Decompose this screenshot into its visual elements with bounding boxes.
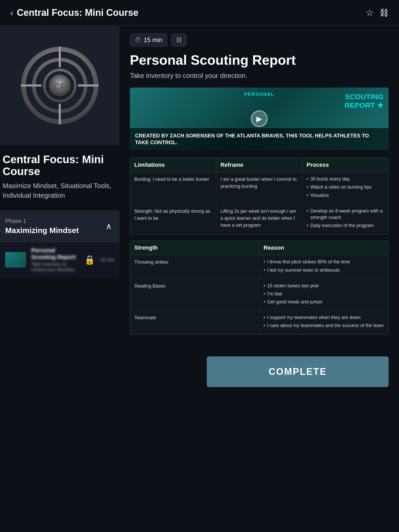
- svg-text:CF: CF: [54, 81, 65, 91]
- back-button[interactable]: ‹: [10, 8, 13, 18]
- lesson-duration: 15 min: [100, 257, 114, 263]
- link-button[interactable]: ⛓: [171, 34, 187, 46]
- reframe-2-text: Lifting 2x per week isn't enough I am a …: [216, 204, 303, 234]
- limitations-col-header: Limitations: [130, 158, 216, 172]
- lesson-title: Personal Scouting Report: [31, 247, 79, 261]
- reason-1-bullet-1: • I throw first pitch strikes 80% of the…: [264, 259, 384, 265]
- strength-header-row: Strength Reason: [130, 241, 388, 255]
- strength-row-2: Stealing Bases • 15 stolen bases last ye…: [130, 279, 388, 311]
- limitation-2-text: Strength: Not as physically strong as I …: [130, 204, 216, 234]
- process-bullet-1: • 30 bunts every day: [307, 176, 384, 182]
- lesson-item[interactable]: Personal Scouting Report Take inventory …: [0, 242, 119, 277]
- lesson-thumbnail: [5, 252, 26, 268]
- phase-section[interactable]: Phase 1 Maximizing Mindset ∧: [0, 210, 119, 242]
- header-title: Central Focus: Mini Course: [17, 7, 138, 18]
- reason-2-bullet-3: • Get good reads and jumps: [264, 299, 384, 305]
- strength-2-text: Stealing Bases: [130, 279, 260, 311]
- process-bullet-2: • Watch a video on bunting tips: [307, 184, 384, 190]
- course-logo: CF: [18, 44, 101, 127]
- complete-section: COMPLETE: [130, 356, 389, 387]
- video-thumbnail[interactable]: Personal SCOUTING REPORT ★ ▶ CREATED BY …: [130, 88, 389, 150]
- lesson-info: Personal Scouting Report Take inventory …: [31, 247, 79, 272]
- process-col-header: Process: [302, 158, 388, 172]
- right-column: ⏱ 15 min ⛓ Personal Scouting Report Take…: [119, 26, 399, 397]
- limitations-header-row: Limitations Reframe Process: [130, 158, 388, 172]
- process-bullet-3: • Visualize: [307, 192, 384, 199]
- header-right: ☆ ⛓: [366, 8, 389, 18]
- course-info: Central Focus: Mini Course Maximize Mind…: [0, 145, 119, 206]
- reason-1-bullet-2: • I led my summer team in strikeouts: [264, 267, 384, 274]
- hero-image: CF: [0, 26, 119, 145]
- course-title: Central Focus: Mini Course: [3, 154, 112, 177]
- left-column: CF Central Focus: Mini Course Maximize M…: [0, 26, 119, 397]
- strength-table: Strength Reason Throwing strikes • I thr…: [130, 241, 389, 334]
- strength-col-header: Strength: [130, 241, 260, 255]
- lesson-description: Take inventory to control your direction…: [31, 262, 79, 272]
- reason-3-bullet-1: • I support my teammates when they are d…: [264, 314, 384, 321]
- header-left: ‹ Central Focus: Mini Course: [10, 7, 138, 18]
- course-subtitle: Maximize Mindset, Situational Tools, Ind…: [3, 181, 112, 200]
- spacer: [130, 341, 389, 356]
- process-2-bullets: • Develop an 8-week program with a stren…: [302, 204, 388, 234]
- process-2-bullet-2: • Daily execution of the program: [307, 222, 384, 229]
- limitations-table: Limitations Reframe Process Bunting: I n…: [130, 158, 389, 234]
- strength-row-1: Throwing strikes • I throw first pitch s…: [130, 255, 388, 279]
- lock-icon: 🔒: [84, 255, 95, 265]
- strength-1-text: Throwing strikes: [130, 255, 260, 278]
- reason-3-bullets: • I support my teammates when they are d…: [260, 311, 389, 334]
- clock-icon: ⏱: [135, 36, 141, 44]
- reason-col-header: Reason: [260, 241, 389, 255]
- video-overlay-text: CREATED BY ZACH SORENSEN OF THE ATLANTA …: [135, 132, 383, 146]
- phase-label: Phase 1: [5, 218, 79, 224]
- video-report-text: REPORT ★: [345, 101, 383, 110]
- strength-3-text: Teammate: [130, 311, 260, 334]
- video-scouting-text: SCOUTING: [345, 93, 383, 101]
- reason-1-bullets: • I throw first pitch strikes 80% of the…: [260, 255, 389, 278]
- meta-row: ⏱ 15 min ⛓: [130, 34, 389, 46]
- phase-title: Maximizing Mindset: [5, 226, 79, 235]
- reason-2-bullet-1: • 15 stolen bases last year: [264, 283, 384, 289]
- link-icon[interactable]: ⛓: [380, 8, 389, 18]
- video-overlay: CREATED BY ZACH SORENSEN OF THE ATLANTA …: [130, 128, 389, 150]
- duration-text: 15 min: [144, 36, 162, 44]
- complete-button[interactable]: COMPLETE: [207, 356, 389, 387]
- reframe-1-text: I am a great bunter when I commit to pra…: [216, 172, 303, 204]
- limitation-1-text: Bunting: I need to be a better bunter: [130, 172, 216, 204]
- process-1-bullets: • 30 bunts every day • Watch a video on …: [302, 172, 388, 204]
- reframe-col-header: Reframe: [216, 158, 303, 172]
- main-container: CF Central Focus: Mini Course Maximize M…: [0, 26, 399, 397]
- scouting-label: Personal: [244, 92, 274, 97]
- bookmark-icon[interactable]: ☆: [366, 8, 374, 18]
- limitations-row-2: Strength: Not as physically strong as I …: [130, 204, 388, 234]
- report-title: Personal Scouting Report: [130, 53, 389, 68]
- strength-row-3: Teammate • I support my teammates when t…: [130, 311, 388, 334]
- chevron-up-icon: ∧: [106, 221, 112, 231]
- play-button[interactable]: ▶: [251, 110, 268, 127]
- video-title-top: SCOUTING REPORT ★: [345, 93, 383, 110]
- reason-2-bullet-2: • I'm fast: [264, 291, 384, 297]
- time-badge: ⏱ 15 min: [130, 34, 167, 46]
- reason-3-bullet-2: • I care about my teammates and the succ…: [264, 322, 384, 329]
- header: ‹ Central Focus: Mini Course ☆ ⛓: [0, 0, 399, 26]
- report-subtitle: Take inventory to control your direction…: [130, 72, 389, 80]
- process-2-bullet-1: • Develop an 8-week program with a stren…: [307, 208, 384, 221]
- reason-2-bullets: • 15 stolen bases last year • I'm fast •…: [260, 279, 389, 311]
- phase-info: Phase 1 Maximizing Mindset: [5, 218, 79, 235]
- limitations-row-1: Bunting: I need to be a better bunter I …: [130, 172, 388, 204]
